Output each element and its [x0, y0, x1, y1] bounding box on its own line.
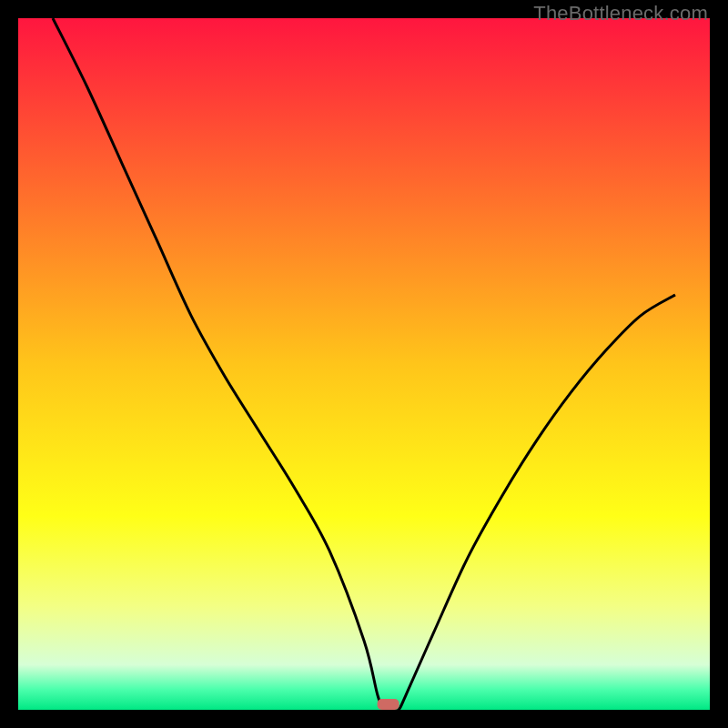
gradient-background	[18, 18, 710, 710]
chart-frame	[18, 18, 710, 710]
optimal-marker	[378, 699, 399, 710]
bottleneck-chart	[18, 18, 710, 710]
watermark-text: TheBottleneck.com	[533, 2, 708, 25]
